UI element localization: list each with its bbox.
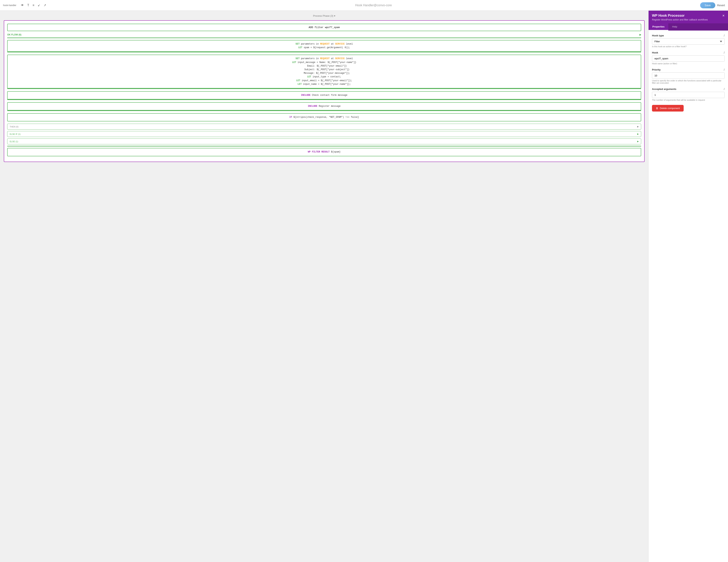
- add-filter-keyword: ADD filter: [309, 26, 325, 29]
- priority-field: Priority 𝐼 Used to specify the order in …: [652, 68, 725, 84]
- else-if-arrow: ▶: [637, 133, 639, 135]
- add-filter-block: ADD filter wpcf7_spam: [7, 24, 641, 31]
- revert-button[interactable]: Revert: [717, 4, 725, 7]
- priority-info-icon[interactable]: 𝐼: [724, 68, 725, 71]
- accepted-args-hint: The number of arguments that will be ava…: [652, 99, 725, 101]
- maximize-icon[interactable]: ↗: [43, 3, 47, 8]
- flow-block-2: SET parameters in REQUEST at SERVICE lev…: [7, 55, 641, 88]
- include-register-label: Register message: [319, 105, 340, 107]
- then-header[interactable]: THEN (0) ▶: [7, 124, 641, 129]
- accepted-args-label: Accepted arguments 𝐼: [652, 87, 725, 91]
- then-section: THEN (0) ▶: [7, 124, 641, 129]
- filter-name: wpcf7_spam: [325, 26, 340, 29]
- save-button[interactable]: Save: [700, 2, 715, 8]
- ok-flow-arrow: ▶: [639, 33, 641, 36]
- hook-type-hint: Is this hook an action or a filter hook?: [652, 45, 725, 48]
- accepted-args-field: Accepted arguments 𝐼 The number of argum…: [652, 87, 725, 101]
- else-if-header[interactable]: ELSE IF (1) ▶: [7, 131, 641, 137]
- delete-label: Delete component: [660, 107, 680, 110]
- minimize-icon[interactable]: ↙: [37, 3, 41, 8]
- else-if-label: ELSE IF (1): [10, 133, 20, 135]
- then-arrow: ▶: [637, 125, 639, 128]
- include-check-block: INCLUDE Check contact form message: [7, 91, 641, 99]
- page-title: Hook Handler@convo-core: [355, 4, 392, 7]
- tab-properties[interactable]: Properties: [649, 23, 668, 31]
- flow-block-1: SET parameters in REQUEST at SERVICE lev…: [7, 40, 641, 52]
- if-condition-block: If ${stripos(check_response, "NOT_SPAM")…: [7, 113, 641, 121]
- workflow-container: ADD filter wpcf7_spam OK FLOW (6) ▶ SET …: [4, 20, 645, 162]
- panel-title: WP Hook Processor: [652, 14, 708, 18]
- hook-type-label: Hook type 𝐼: [652, 34, 725, 37]
- app-tab-title: hook-handler: [3, 4, 16, 7]
- divider-3: [7, 99, 641, 100]
- hook-type-select[interactable]: Filter Action: [652, 38, 725, 45]
- if-condition-text: ${stripos(check_response, "NOT_SPAM") !=…: [293, 116, 359, 118]
- hook-label: Hook 𝐼: [652, 51, 725, 54]
- panel-tabs: Properties Help: [649, 23, 728, 31]
- topbar-center: Hook Handler@convo-core: [49, 4, 698, 7]
- priority-input[interactable]: [652, 72, 725, 79]
- topbar-actions: Save Revert: [700, 2, 725, 8]
- ok-flow-divider: [7, 38, 641, 38]
- text-icon[interactable]: T: [27, 3, 30, 8]
- priority-hint: Used to specify the order in which the f…: [652, 79, 725, 84]
- else-label: ELSE (1): [10, 140, 18, 143]
- hook-type-info-icon[interactable]: 𝐼: [724, 34, 725, 37]
- right-panel: WP Hook Processor Register WordPress act…: [648, 11, 728, 562]
- top-bar: hook-handler 👁 T ≡ ↙ ↗ Hook Handler@conv…: [0, 0, 728, 11]
- trash-icon: 🗑: [656, 107, 658, 110]
- divider-5: [7, 146, 641, 146]
- list-icon[interactable]: ≡: [32, 3, 35, 8]
- wp-filter-result-text: ${spam}: [331, 151, 340, 153]
- hook-info-icon[interactable]: 𝐼: [724, 51, 725, 54]
- process-phase-selector[interactable]: Process Phase (3) ▾: [313, 14, 335, 17]
- panel-subtitle: Register WordPress action and filter cal…: [652, 18, 708, 21]
- hook-type-field: Hook type 𝐼 Filter Action Is this hook a…: [652, 34, 725, 48]
- priority-label: Priority 𝐼: [652, 68, 725, 71]
- hook-hint: Hook name (action or filter): [652, 62, 725, 65]
- accepted-args-info-icon[interactable]: 𝐼: [724, 87, 725, 91]
- left-panel: Process Phase (3) ▾ ADD filter wpcf7_spa…: [0, 11, 648, 562]
- flow-block-1-line1: SET parameters in REQUEST at SERVICE lev…: [10, 42, 638, 46]
- else-if-section: ELSE IF (1) ▶: [7, 131, 641, 137]
- else-section: ELSE (1) ▶: [7, 138, 641, 144]
- flow-block-1-line2: LET spam = ${request.getArgument( 0)};: [10, 46, 638, 49]
- panel-content: Hook type 𝐼 Filter Action Is this hook a…: [649, 31, 728, 562]
- else-header[interactable]: ELSE (1) ▶: [7, 139, 641, 144]
- include-register-block: INCLUDE Register message: [7, 102, 641, 110]
- wp-filter-result-block: WP FILTER RESULT ${spam}: [7, 148, 641, 156]
- delete-component-button[interactable]: 🗑 Delete component: [652, 105, 684, 111]
- main-content: Process Phase (3) ▾ ADD filter wpcf7_spa…: [0, 11, 728, 562]
- tab-help[interactable]: Help: [668, 23, 681, 31]
- divider-4: [7, 110, 641, 111]
- close-button[interactable]: ×: [722, 14, 725, 17]
- ok-flow-label: OK FLOW (6): [7, 33, 21, 36]
- accepted-args-input[interactable]: [652, 92, 725, 98]
- right-panel-header-left: WP Hook Processor Register WordPress act…: [652, 14, 708, 21]
- hook-field: Hook 𝐼 Hook name (action or filter): [652, 51, 725, 65]
- divider-1: [7, 52, 641, 52]
- hook-input[interactable]: [652, 55, 725, 62]
- process-phase-bar: Process Phase (3) ▾: [4, 14, 645, 17]
- eye-icon[interactable]: 👁: [20, 3, 25, 8]
- include-check-label: Check contact form message: [312, 94, 347, 96]
- else-arrow: ▶: [637, 140, 639, 143]
- toolbar-icons: 👁 T ≡ ↙ ↗: [20, 3, 47, 8]
- divider-2: [7, 88, 641, 89]
- then-label: THEN (0): [10, 125, 18, 128]
- ok-flow-header[interactable]: OK FLOW (6) ▶: [7, 33, 641, 36]
- right-panel-header: WP Hook Processor Register WordPress act…: [649, 11, 728, 23]
